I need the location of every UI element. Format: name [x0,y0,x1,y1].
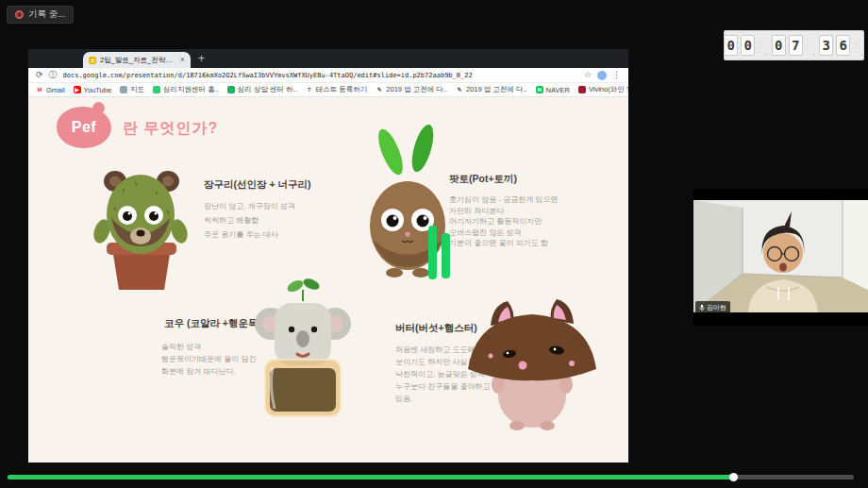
pause-bar-right [442,233,450,278]
close-tab-icon[interactable]: × [180,56,185,64]
timer-digit: 0 [772,35,786,56]
participant-name: 김아현 [707,303,726,312]
microphone-icon [699,304,705,311]
bookmark-label: 2019 법 고전에 다.. [386,85,447,94]
new-tab-button[interactable]: + [198,52,205,65]
vivino-icon [578,86,586,93]
pef-logo-text: Pef [72,119,96,136]
desc-line: 솔직한 성격 [161,341,256,353]
desc-line: 주로 용기를 주는 대사 [204,227,295,242]
browser-toolbar: ⟳ ⓘ docs.google.com/presentation/d/1B716… [28,68,628,83]
character-description: 솔직한 성격 행운목이기때문에 물이 담긴 화분에 잠겨 떠다닌다. [161,341,256,378]
bookmark-star-icon[interactable]: ☆ [584,71,592,79]
janguri-character-image [80,156,201,295]
bookmark-label: 심리 상담 센터 하.. [238,85,297,94]
character-description: 장난이 많고, 개구장이 성격 씩씩하고 쾌활함 주로 용기를 주는 대사 [204,199,295,242]
character-name: 장구리(선인장 + 너구리) [204,178,310,192]
timer-digit: 0 [741,35,755,56]
desc-line: 행운목이기때문에 물이 담긴 [161,353,256,365]
site-info-icon[interactable]: ⓘ [49,71,58,79]
bookmark-item[interactable]: MGmail [36,86,65,94]
timer-digit: 3 [819,35,833,56]
timer-tick: : [807,42,809,50]
player-progress-track[interactable] [8,475,854,480]
player-progress-handle[interactable] [729,473,738,481]
character-name: 코우 (코알라 +행운목) [164,317,261,330]
video-player-stage: 기록 중... 0 0 : , 0 7 : , 3 6 : , 2팀_발표_자료… [0,0,868,488]
bookmark-item[interactable]: ▶YouTube [74,86,111,94]
map-icon [120,86,127,93]
bookmark-label: Vivino(와인 TS.. [589,85,628,94]
slides-favicon-icon [89,57,96,64]
bookmark-item[interactable]: NNAVER [536,86,570,94]
bookmark-item[interactable]: T테스트 등록하기 [306,85,368,94]
pause-bars-icon [428,226,450,279]
player-progress-fill [8,475,733,480]
profile-avatar[interactable] [597,71,607,80]
timer-tick: : [854,42,856,50]
bookmark-label: 2019 법 고전에 다.. [466,85,527,94]
timer-separator: , [766,48,768,57]
desc-line: 장난이 많고, 개구장이 성격 [204,199,295,213]
desc-line: 호기심이 많음 - 궁금한게 있으면 [449,194,559,206]
desc-line: 가만히 쳐다본다 [449,206,559,217]
bookmark-item[interactable]: Vivino(와인 TS.. [578,85,628,94]
kou-character-image [250,277,356,424]
webcam-tile: 김아현 [693,189,868,326]
character-description: 호기심이 많음 - 궁금한게 있으면 가만히 쳐다본다 아기자기하고 활동적이지… [449,194,559,249]
bookmark-label: 테스트 등록하기 [316,85,368,94]
bookmark-item[interactable]: 심리 상담 센터 하.. [227,85,297,94]
naver-icon: N [536,86,543,93]
timer-digit: 6 [836,35,850,56]
desc-line: 오버스럽진 않은 성격 [449,227,559,239]
timer-separator: , [813,48,815,57]
webcam-video: 김아현 [693,200,868,312]
bookmark-item[interactable]: ✎2019 법 고전에 다.. [376,85,447,94]
site-icon [153,86,160,93]
pencil-icon: ✎ [376,86,383,93]
timer-separator: , [860,48,862,57]
browser-tab-strip: 2팀_발표_자료_전략_보고 × + [28,49,628,68]
site-icon: T [306,86,313,93]
youtube-icon: ▶ [74,86,81,93]
kebab-menu-icon[interactable]: ⋮ [612,71,621,79]
desc-line: 화분에 잠겨 떠다닌다. [161,365,256,378]
recording-label: 기록 중... [28,8,65,21]
browser-tab[interactable]: 2팀_발표_자료_전략_보고 × [83,52,191,68]
slide-title: 란 무엇인가? [123,119,218,139]
bookmark-item[interactable]: 심리지원센터 홈.. [153,85,219,94]
pef-logo: Pef [57,107,111,148]
desc-line: 아기자기하고 활동적이지만 [449,216,559,227]
timer-tick: : [759,42,760,50]
record-dot-icon [15,10,24,19]
timer-digit: 7 [789,35,803,56]
pause-bar-left [428,226,437,279]
bookmark-label: NAVER [546,86,570,94]
desc-line: 기분이 좋으면 꽃이 피기도 함 [449,238,559,249]
tab-title: 2팀_발표_자료_전략_보고 [100,56,176,65]
bookmark-label: 지도 [130,85,144,94]
bookmark-label: YouTube [84,86,111,94]
bookmark-label: 심리지원센터 홈.. [163,85,219,94]
pencil-icon: ✎ [456,86,463,93]
url-bar[interactable]: docs.google.com/presentation/d/1B716kmXo… [63,72,578,79]
participant-name-badge: 김아현 [695,301,730,312]
bookmark-label: Gmail [46,86,65,94]
bookmarks-bar: MGmail ▶YouTube 지도 심리지원센터 홈.. 심리 상담 센터 하… [28,83,628,97]
recording-badge: 기록 중... [7,6,74,24]
desc-line: 씩씩하고 쾌활함 [204,213,295,227]
browser-window: 2팀_발표_자료_전략_보고 × + ⟳ ⓘ docs.google.com/p… [28,49,628,463]
timer-widget: 0 0 : , 0 7 : , 3 6 : , [724,30,864,60]
site-icon [227,86,235,93]
timer-digit: 0 [724,35,738,56]
reload-icon[interactable]: ⟳ [36,71,43,79]
slide-canvas: Pef 란 무엇인가? [28,97,628,463]
gmail-icon: M [36,86,43,93]
butter-character-image [462,294,602,431]
bookmark-item[interactable]: 지도 [120,85,144,94]
bookmark-item[interactable]: ✎2019 법 고전에 다.. [456,85,527,94]
character-name: 팟토(Pot+토끼) [449,173,517,186]
